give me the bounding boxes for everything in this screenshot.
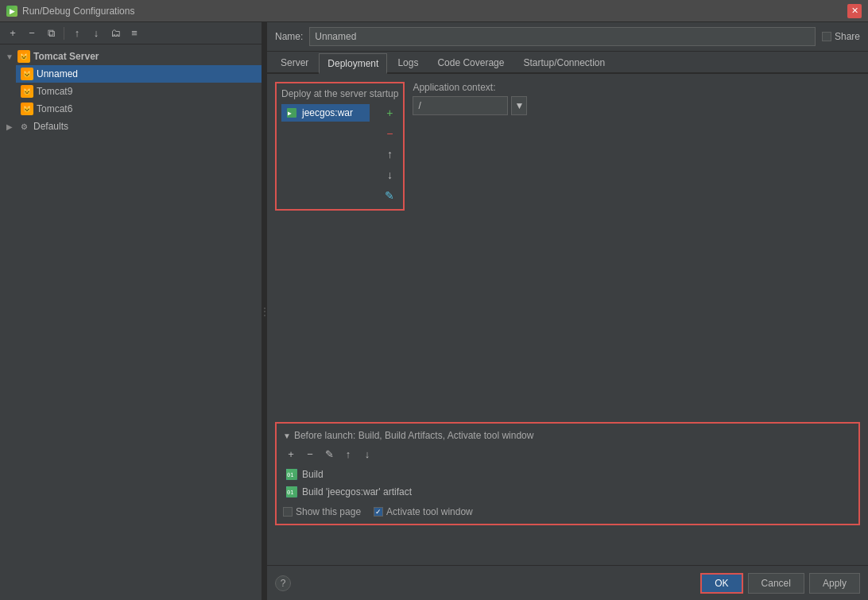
deploy-item-0[interactable]: ▶ jeecgos:war xyxy=(281,104,370,122)
bl-item-0[interactable]: 01 Build xyxy=(283,466,852,482)
defaults-item[interactable]: ▶ ⚙ Defaults xyxy=(0,118,262,135)
tomcat-group-icon: 🐱 xyxy=(17,50,30,63)
unnamed-label: Unnamed xyxy=(37,68,78,79)
app-icon: ▶ xyxy=(6,6,17,17)
tomcat9-config-item[interactable]: 🐱 Tomcat9 xyxy=(16,83,262,100)
app-context-label: Application context: xyxy=(413,82,527,93)
app-context-dropdown-button[interactable]: ▼ xyxy=(511,96,527,115)
app-context-input[interactable] xyxy=(413,96,508,115)
svg-text:01: 01 xyxy=(287,472,293,478)
tomcat-server-label: Tomcat Server xyxy=(33,51,99,62)
name-input[interactable] xyxy=(309,27,816,46)
deploy-side-toolbar: + − ↑ ↓ ✎ xyxy=(381,104,398,204)
before-launch-footer: Show this page ✓ Activate tool window xyxy=(283,506,852,517)
help-button[interactable]: ? xyxy=(275,575,291,591)
move-down-button[interactable]: ↓ xyxy=(88,25,104,41)
tab-server[interactable]: Server xyxy=(272,52,317,72)
bl-item-name-0: Build xyxy=(302,469,324,480)
tomcat-server-header[interactable]: ▼ 🐱 Tomcat Server xyxy=(0,48,262,65)
move-up-button[interactable]: ↑ xyxy=(69,25,85,41)
deploy-add-button[interactable]: + xyxy=(381,104,398,122)
app-context-row: ▼ xyxy=(413,96,527,115)
unnamed-config-item[interactable]: 🐱 Unnamed xyxy=(16,65,262,83)
tab-deployment[interactable]: Deployment xyxy=(319,53,387,74)
defaults-icon: ⚙ xyxy=(17,120,30,133)
folder-button[interactable]: 🗂 xyxy=(107,25,123,41)
cancel-button[interactable]: Cancel xyxy=(748,573,804,594)
dialog-title: Run/Debug Configurations xyxy=(22,6,134,17)
tomcat6-config-item[interactable]: 🐱 Tomcat6 xyxy=(16,100,262,118)
deploy-remove-button[interactable]: − xyxy=(381,125,398,142)
defaults-arrow: ▶ xyxy=(5,122,14,131)
deploy-up-button[interactable]: ↑ xyxy=(381,145,398,163)
deploy-main: ▶ jeecgos:war + − xyxy=(281,104,398,204)
before-launch-toolbar: + − ✎ ↑ ↓ xyxy=(283,446,852,462)
name-row: Name: Share xyxy=(267,22,868,52)
title-bar: ▶ Run/Debug Configurations ✕ xyxy=(0,0,868,22)
bl-item-1[interactable]: 01 Build 'jeecgos:war' artifact xyxy=(283,484,852,500)
tomcat9-label: Tomcat9 xyxy=(37,86,72,97)
show-page-text: Show this page xyxy=(296,506,361,517)
apply-button[interactable]: Apply xyxy=(809,573,860,594)
deploy-list: ▶ jeecgos:war xyxy=(281,104,370,122)
content-area: Deploy at the server startup ▶ xyxy=(267,74,868,565)
content-wrapper: Deploy at the server startup ▶ xyxy=(267,74,868,600)
app-context-section: Application context: ▼ xyxy=(413,82,527,115)
bl-up-button[interactable]: ↑ xyxy=(340,446,356,462)
share-label: Share xyxy=(835,31,860,42)
before-launch-section: ▼ Before launch: Build, Build Artifacts,… xyxy=(275,422,860,525)
remove-config-button[interactable]: − xyxy=(24,25,40,41)
tomcat6-label: Tomcat6 xyxy=(37,103,72,114)
bl-add-button[interactable]: + xyxy=(283,446,299,462)
show-page-checkbox[interactable] xyxy=(283,507,293,517)
add-config-button[interactable]: + xyxy=(5,25,21,41)
sort-button[interactable]: ≡ xyxy=(126,25,142,41)
activate-tool-checkbox[interactable]: ✓ xyxy=(374,507,383,517)
unnamed-icon: 🐱 xyxy=(21,68,33,80)
share-area: Share xyxy=(822,31,860,42)
name-label: Name: xyxy=(275,31,303,42)
tab-logs[interactable]: Logs xyxy=(389,52,427,72)
tomcat-server-group: ▼ 🐱 Tomcat Server 🐱 Unnamed 🐱 Tomcat9 🐱 xyxy=(0,48,262,118)
deploy-item-name-0: jeecgos:war xyxy=(302,107,353,118)
left-toolbar: + − ⧉ ↑ ↓ 🗂 ≡ xyxy=(0,22,262,45)
deploy-down-button[interactable]: ↓ xyxy=(381,166,398,184)
activate-tool-text: Activate tool window xyxy=(386,506,473,517)
defaults-label: Defaults xyxy=(33,121,68,132)
deploy-header: Deploy at the server startup xyxy=(281,88,398,99)
deploy-and-context: Deploy at the server startup ▶ xyxy=(275,82,860,219)
tab-startup-connection[interactable]: Startup/Connection xyxy=(514,52,614,72)
show-page-label: Show this page xyxy=(283,506,361,517)
bl-remove-button[interactable]: − xyxy=(302,446,318,462)
config-tree: ▼ 🐱 Tomcat Server 🐱 Unnamed 🐱 Tomcat9 🐱 xyxy=(0,45,262,600)
deploy-list-container: ▶ jeecgos:war xyxy=(281,104,370,204)
ok-button[interactable]: OK xyxy=(700,573,742,594)
svg-text:▶: ▶ xyxy=(288,110,292,117)
activate-tool-label: ✓ Activate tool window xyxy=(374,506,473,517)
bl-edit-button[interactable]: ✎ xyxy=(321,446,337,462)
deploy-section: Deploy at the server startup ▶ xyxy=(275,82,405,211)
before-launch-title: Before launch: Build, Build Artifacts, A… xyxy=(294,430,534,441)
before-launch-header: ▼ Before launch: Build, Build Artifacts,… xyxy=(283,430,852,441)
bl-down-button[interactable]: ↓ xyxy=(359,446,375,462)
bl-item-icon-0: 01 xyxy=(286,469,297,480)
svg-text:01: 01 xyxy=(287,490,293,496)
toolbar-separator-1 xyxy=(64,27,64,40)
deploy-edit-button[interactable]: ✎ xyxy=(381,187,398,204)
close-button[interactable]: ✕ xyxy=(847,4,862,18)
bottom-left: ? xyxy=(275,575,291,591)
deploy-item-icon-0: ▶ xyxy=(286,107,297,118)
app-context-dropdown-icon: ▼ xyxy=(514,100,524,111)
copy-config-button[interactable]: ⧉ xyxy=(43,25,59,41)
bl-item-name-1: Build 'jeecgos:war' artifact xyxy=(302,486,412,497)
left-panel: + − ⧉ ↑ ↓ 🗂 ≡ ▼ 🐱 Tomcat Server 🐱 xyxy=(0,22,262,600)
tomcat9-icon: 🐱 xyxy=(21,85,33,98)
tab-code-coverage[interactable]: Code Coverage xyxy=(428,52,513,72)
before-launch-arrow: ▼ xyxy=(283,432,291,440)
bl-item-icon-1: 01 xyxy=(286,486,297,497)
share-checkbox[interactable] xyxy=(822,32,831,41)
right-panel: Name: Share Server Deployment Logs Code … xyxy=(267,22,868,600)
bottom-bar: ? OK Cancel Apply xyxy=(267,565,868,600)
tomcat-group-arrow: ▼ xyxy=(5,52,14,61)
tomcat6-icon: 🐱 xyxy=(21,103,33,115)
